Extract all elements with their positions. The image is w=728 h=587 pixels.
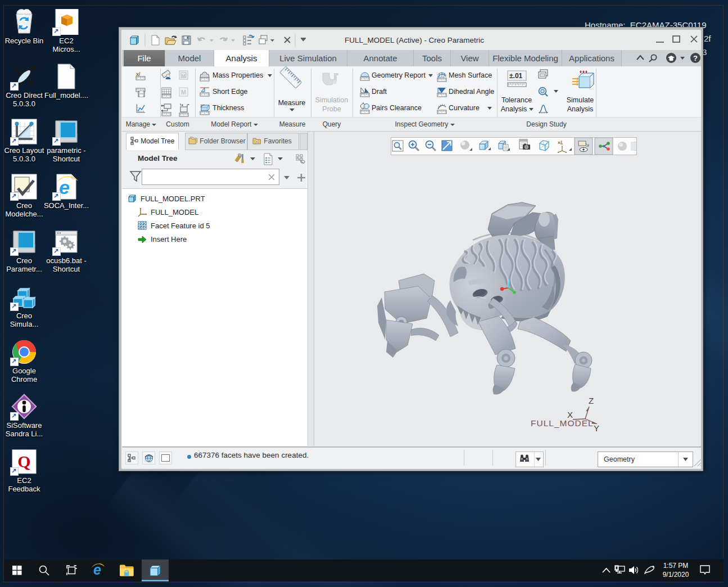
svg-text:FULL_MODEL (Active) - Creo Par: FULL_MODEL (Active) - Creo Parametric — [345, 36, 484, 44]
svg-text:M: M — [182, 73, 186, 78]
svg-text:Simulation: Simulation — [315, 96, 348, 104]
svg-text:Measure: Measure — [278, 99, 306, 107]
svg-text:Simulate: Simulate — [567, 96, 594, 104]
svg-text:M: M — [181, 89, 186, 96]
svg-text:Mass Properties: Mass Properties — [212, 71, 263, 79]
svg-text:Pairs Clearance: Pairs Clearance — [372, 104, 422, 112]
svg-text:9/1/2020: 9/1/2020 — [663, 571, 689, 579]
svg-text:Curvature: Curvature — [449, 104, 480, 112]
svg-text:Dihedral Angle: Dihedral Angle — [449, 88, 494, 96]
svg-text:Draft: Draft — [372, 88, 387, 96]
svg-text:Probe: Probe — [322, 105, 341, 113]
svg-text:Short Edge: Short Edge — [212, 88, 248, 96]
svg-text:X: X — [567, 410, 573, 419]
svg-text:Analysis: Analysis — [567, 105, 594, 113]
svg-text:Z: Z — [589, 396, 594, 405]
svg-text:Geometry Report: Geometry Report — [372, 71, 426, 79]
svg-text:FULL_MODEL: FULL_MODEL — [531, 418, 594, 428]
svg-text:Analysis: Analysis — [501, 105, 527, 113]
svg-text:Tolerance: Tolerance — [501, 96, 532, 104]
svg-text:Y: Y — [594, 423, 599, 433]
svg-text:±.01: ±.01 — [509, 72, 523, 80]
svg-text:Q: Q — [17, 452, 30, 471]
svg-text:1:57 PM: 1:57 PM — [663, 562, 689, 570]
svg-text:?: ? — [693, 54, 698, 62]
svg-text:Thickness: Thickness — [212, 104, 244, 112]
svg-text:×/: ×/ — [558, 140, 562, 146]
svg-text:Mesh Surface: Mesh Surface — [449, 71, 492, 79]
